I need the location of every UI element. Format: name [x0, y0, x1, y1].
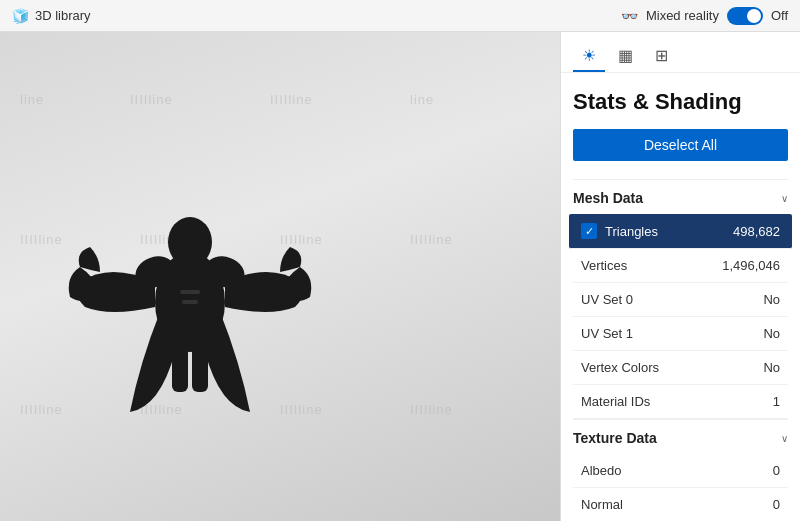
- mixed-reality-section: 👓 Mixed reality Off: [621, 7, 788, 25]
- vertices-row: Vertices 1,496,046: [573, 249, 788, 283]
- triangles-label: Triangles: [605, 224, 658, 239]
- albedo-value: 0: [773, 463, 780, 478]
- panel-content: Stats & Shading Deselect All Mesh Data ∨…: [561, 73, 800, 521]
- material-ids-row: Material IDs 1: [573, 385, 788, 419]
- sun-icon: ☀: [582, 46, 596, 65]
- right-panel: ☀ ▦ ⊞ Stats & Shading Deselect All Mesh …: [560, 32, 800, 521]
- uvset1-row-left: UV Set 1: [581, 326, 633, 341]
- watermark: IIIIline: [410, 402, 453, 417]
- watermark: IIIIline: [20, 232, 63, 247]
- triangles-checkbox[interactable]: ✓: [581, 223, 597, 239]
- texture-data-label: Texture Data: [573, 430, 657, 446]
- normal-row-left: Normal: [581, 497, 623, 512]
- mesh-data-label: Mesh Data: [573, 190, 643, 206]
- watermark: line: [20, 92, 44, 107]
- uvset0-label: UV Set 0: [581, 292, 633, 307]
- vertices-value: 1,496,046: [722, 258, 780, 273]
- toggle-knob: [747, 9, 761, 23]
- texture-data-section-header[interactable]: Texture Data ∨: [573, 419, 788, 454]
- deselect-all-button[interactable]: Deselect All: [573, 129, 788, 161]
- triangles-value: 498,682: [733, 224, 780, 239]
- off-label: Off: [771, 8, 788, 23]
- mixed-reality-label: Mixed reality: [646, 8, 719, 23]
- normal-value: 0: [773, 497, 780, 512]
- uvset1-value: No: [763, 326, 780, 341]
- tab-sun[interactable]: ☀: [573, 40, 605, 72]
- uvset0-value: No: [763, 292, 780, 307]
- watermark: IIIIline: [410, 232, 453, 247]
- vertex-colors-label: Vertex Colors: [581, 360, 659, 375]
- cube-icon: 🧊: [12, 8, 29, 24]
- library-label: 3D library: [35, 8, 91, 23]
- viewport[interactable]: line IIIIline IIIIline line IIIIline III…: [0, 32, 560, 521]
- chevron-down-icon-texture: ∨: [781, 433, 788, 444]
- uvset1-label: UV Set 1: [581, 326, 633, 341]
- svg-rect-6: [180, 290, 200, 294]
- albedo-row: Albedo 0: [573, 454, 788, 488]
- chart-icon: ▦: [618, 46, 633, 65]
- uvset0-row: UV Set 0 No: [573, 283, 788, 317]
- triangles-row-left: ✓ Triangles: [581, 223, 658, 239]
- grid-icon: ⊞: [655, 46, 668, 65]
- albedo-label: Albedo: [581, 463, 621, 478]
- vertices-row-left: Vertices: [581, 258, 627, 273]
- material-ids-row-left: Material IDs: [581, 394, 650, 409]
- character-silhouette: [60, 152, 320, 432]
- svg-point-1: [168, 217, 212, 267]
- watermark: IIIIline: [270, 92, 313, 107]
- watermark: IIIIline: [130, 92, 173, 107]
- material-ids-value: 1: [773, 394, 780, 409]
- mixed-reality-toggle[interactable]: [727, 7, 763, 25]
- uvset1-row: UV Set 1 No: [573, 317, 788, 351]
- tab-chart[interactable]: ▦: [609, 40, 641, 72]
- main-content: line IIIIline IIIIline line IIIIline III…: [0, 32, 800, 521]
- watermark: line: [410, 92, 434, 107]
- 3d-library-button[interactable]: 🧊 3D library: [12, 8, 91, 24]
- triangles-row[interactable]: ✓ Triangles 498,682: [569, 214, 792, 249]
- material-ids-label: Material IDs: [581, 394, 650, 409]
- vertex-colors-value: No: [763, 360, 780, 375]
- watermark: IIIIline: [20, 402, 63, 417]
- vertex-colors-row: Vertex Colors No: [573, 351, 788, 385]
- tab-grid[interactable]: ⊞: [645, 40, 677, 72]
- panel-title: Stats & Shading: [573, 89, 788, 115]
- vertices-label: Vertices: [581, 258, 627, 273]
- normal-label: Normal: [581, 497, 623, 512]
- svg-rect-7: [182, 300, 198, 304]
- mixed-reality-icon: 👓: [621, 8, 638, 24]
- top-bar: 🧊 3D library 👓 Mixed reality Off: [0, 0, 800, 32]
- chevron-down-icon: ∨: [781, 193, 788, 204]
- albedo-row-left: Albedo: [581, 463, 621, 478]
- vertex-colors-row-left: Vertex Colors: [581, 360, 659, 375]
- uvset0-row-left: UV Set 0: [581, 292, 633, 307]
- panel-tabs: ☀ ▦ ⊞: [561, 32, 800, 73]
- normal-row: Normal 0: [573, 488, 788, 521]
- svg-rect-4: [172, 342, 188, 392]
- svg-rect-5: [192, 342, 208, 392]
- mesh-data-section-header[interactable]: Mesh Data ∨: [573, 179, 788, 214]
